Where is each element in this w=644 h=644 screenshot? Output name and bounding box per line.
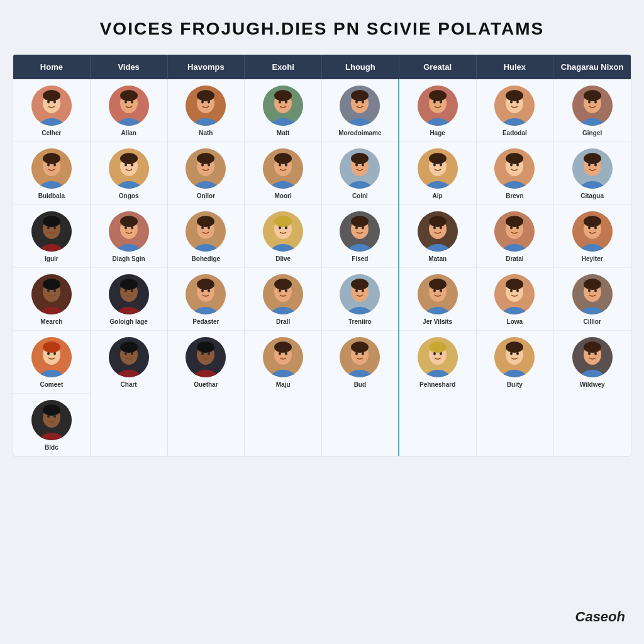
avatar bbox=[340, 274, 380, 314]
svg-point-173 bbox=[429, 216, 447, 227]
avatar-cell: Matt bbox=[245, 79, 321, 142]
person-name: Allan bbox=[121, 130, 136, 136]
avatar bbox=[263, 337, 303, 377]
header-cell-col3: Havomps bbox=[168, 55, 245, 79]
svg-point-197 bbox=[506, 153, 523, 164]
person-name: Heyiter bbox=[582, 255, 603, 262]
person-name: Ouethar bbox=[194, 381, 218, 388]
avatar bbox=[340, 86, 380, 126]
svg-point-107 bbox=[274, 153, 292, 164]
svg-point-203 bbox=[506, 216, 523, 227]
grid-col-7: GingelCitaguaHeyiterCilliorWildwey bbox=[553, 79, 631, 456]
person-name: Eadodal bbox=[502, 130, 527, 136]
avatar-cell: Citagua bbox=[553, 142, 631, 205]
avatar-cell: Pehneshard bbox=[399, 331, 476, 393]
avatar-cell: Heyiter bbox=[553, 205, 631, 268]
svg-point-185 bbox=[429, 341, 447, 353]
avatar-cell: Matan bbox=[399, 205, 476, 268]
avatar bbox=[109, 211, 149, 252]
main-grid: HomeVidesHavompsExohiLhoughGreatalHulexC… bbox=[13, 54, 631, 457]
avatar bbox=[572, 148, 613, 189]
person-name: Matt bbox=[277, 130, 290, 136]
avatar-cell: Morodoimame bbox=[322, 79, 398, 142]
header-cell-col6: Greatal bbox=[399, 55, 477, 79]
person-name: Bohedige bbox=[192, 255, 221, 262]
avatar-cell: Drall bbox=[245, 268, 321, 331]
person-name: Cillior bbox=[583, 318, 601, 325]
svg-point-113 bbox=[274, 216, 292, 227]
person-name: Comeet bbox=[40, 381, 64, 388]
svg-point-59 bbox=[120, 279, 138, 290]
svg-point-101 bbox=[274, 90, 292, 101]
avatar-cell: Chart bbox=[91, 331, 167, 393]
person-name: Treniiro bbox=[348, 318, 372, 325]
avatar-cell: Coinl bbox=[322, 142, 398, 205]
svg-point-83 bbox=[197, 216, 214, 227]
avatar bbox=[109, 337, 149, 377]
avatar bbox=[572, 274, 613, 314]
avatar bbox=[494, 274, 535, 314]
svg-point-23 bbox=[43, 279, 60, 290]
avatar bbox=[186, 211, 226, 252]
person-name: Citagua bbox=[580, 192, 604, 199]
avatar bbox=[494, 148, 535, 189]
person-name: Moori bbox=[275, 192, 292, 199]
avatar bbox=[418, 274, 458, 314]
person-name: Mearch bbox=[40, 318, 62, 325]
svg-point-209 bbox=[506, 279, 523, 290]
avatar-cell: Fised bbox=[322, 205, 398, 268]
avatar-cell: Gingel bbox=[553, 79, 631, 142]
avatar-cell: Comeet bbox=[13, 331, 90, 394]
person-name: Celher bbox=[42, 130, 61, 136]
avatar-cell: Bud bbox=[322, 331, 398, 393]
person-name: Hage bbox=[430, 130, 445, 136]
person-name: Bud bbox=[354, 381, 366, 388]
header-cell-col2: Vides bbox=[91, 55, 168, 79]
avatar bbox=[31, 148, 72, 189]
avatar bbox=[263, 86, 303, 126]
header-cell-col4: Exohi bbox=[245, 55, 322, 79]
avatar bbox=[31, 211, 72, 252]
avatar bbox=[418, 211, 458, 252]
person-name: Bldc bbox=[45, 444, 58, 451]
svg-point-29 bbox=[43, 341, 60, 353]
svg-point-5 bbox=[43, 90, 60, 101]
avatar bbox=[263, 148, 303, 189]
svg-point-227 bbox=[584, 153, 601, 164]
person-name: Brevn bbox=[506, 192, 523, 199]
svg-point-149 bbox=[351, 279, 369, 290]
svg-point-65 bbox=[120, 341, 138, 353]
avatar-cell: Eadodal bbox=[477, 79, 553, 142]
person-name: Coinl bbox=[352, 192, 368, 199]
avatar-cell: Moori bbox=[245, 142, 321, 205]
avatar-cell: Pedaster bbox=[168, 268, 245, 331]
avatar bbox=[494, 86, 535, 126]
avatar bbox=[109, 86, 149, 126]
avatar-cell: Goloigh lage bbox=[91, 268, 167, 331]
svg-point-95 bbox=[197, 341, 214, 353]
svg-point-191 bbox=[506, 90, 523, 101]
avatar-cell: Hage bbox=[399, 79, 476, 142]
svg-point-143 bbox=[351, 216, 369, 227]
svg-point-53 bbox=[120, 216, 138, 227]
avatar bbox=[109, 274, 149, 314]
grid-col-6: EadodalBrevnDratalLowaBuity bbox=[477, 79, 554, 456]
avatar-cell: Treniiro bbox=[322, 268, 398, 331]
person-name: Buidbala bbox=[38, 192, 65, 199]
avatar-cell: Buidbala bbox=[13, 142, 90, 205]
avatar bbox=[186, 148, 226, 189]
avatar bbox=[109, 148, 149, 189]
svg-point-89 bbox=[197, 279, 214, 290]
avatar-cell: Wildwey bbox=[553, 331, 631, 393]
svg-point-239 bbox=[584, 279, 601, 290]
avatar-cell: Allan bbox=[91, 79, 167, 142]
svg-point-161 bbox=[429, 90, 447, 101]
avatar bbox=[572, 86, 613, 126]
person-name: Buity bbox=[507, 381, 523, 388]
avatar-cell: Bldc bbox=[13, 394, 90, 456]
svg-point-155 bbox=[351, 341, 369, 353]
person-name: Goloigh lage bbox=[109, 318, 148, 325]
svg-point-77 bbox=[197, 153, 214, 164]
page-title: VOICES FROJUGH.DIES PN SCIVIE POLATAMS bbox=[100, 19, 545, 39]
header-cell-col1: Home bbox=[13, 55, 91, 79]
